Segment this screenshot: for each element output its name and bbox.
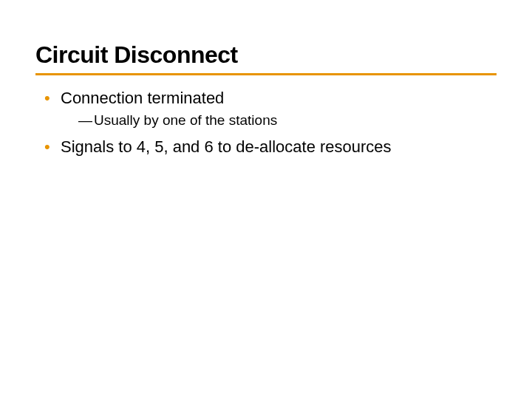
title-underline [35,73,497,75]
em-dash-icon: — [78,112,92,129]
slide-title: Circuit Disconnect [35,41,497,69]
bullet-item: Signals to 4, 5, and 6 to de-allocate re… [35,137,497,157]
sub-bullet-text: Usually by one of the stations [94,112,277,128]
bullet-list: Connection terminated —Usually by one of… [35,89,497,157]
bullet-item: Connection terminated [35,89,497,108]
sub-bullet-item: —Usually by one of the stations [35,112,497,129]
bullet-text: Signals to 4, 5, and 6 to de-allocate re… [61,137,392,156]
bullet-text: Connection terminated [61,89,224,107]
